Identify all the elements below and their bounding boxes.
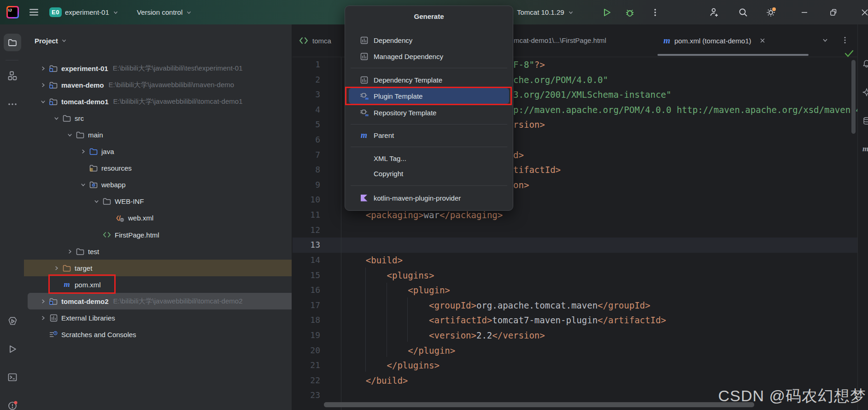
project-switcher[interactable]: E0 experiment-01 xyxy=(49,0,119,24)
window-close-button[interactable] xyxy=(861,0,868,24)
gutter-line-number[interactable]: 1 xyxy=(293,57,320,72)
tree-item-experiment-01[interactable]: experiment-01E:\bilibili大学\javabilibili\… xyxy=(24,60,292,77)
gutter-line-number[interactable]: 10 xyxy=(293,192,320,208)
database-icon[interactable] xyxy=(862,117,868,125)
tree-chevron-down-icon[interactable] xyxy=(53,115,60,122)
tree-item-maven-demo[interactable]: maven-demoE:\bilibili大学\javawebbilibili\… xyxy=(24,77,292,93)
project-tool-window: Project experiment-01E:\bilibili大学\javab… xyxy=(24,24,292,410)
tree-chevron-down-icon[interactable] xyxy=(39,98,47,105)
close-icon[interactable] xyxy=(759,37,766,44)
gutter-line-number[interactable]: 9 xyxy=(293,178,320,193)
tab-firstpage[interactable]: tomca xyxy=(299,24,331,57)
folder-webapp-icon xyxy=(89,181,98,189)
code-with-me-icon[interactable] xyxy=(709,0,720,24)
menu-item-xml-tag-[interactable]: XML Tag... xyxy=(349,150,509,166)
settings-gear-icon[interactable] xyxy=(765,0,777,24)
tree-item-external-libraries[interactable]: External Libraries xyxy=(24,310,292,327)
tree-chevron-right-icon[interactable] xyxy=(39,65,47,72)
ai-assistant-icon[interactable] xyxy=(862,88,868,96)
gutter-line-number[interactable]: 11 xyxy=(293,208,320,223)
window-restore-button[interactable] xyxy=(829,0,838,24)
tree-chevron-right-icon[interactable] xyxy=(39,298,47,305)
gutter-line-number[interactable]: 22 xyxy=(293,373,320,388)
tree-item-web-xml[interactable]: web.xml xyxy=(24,210,292,226)
vertical-scrollbar[interactable] xyxy=(851,60,856,134)
menu-item-managed-dependency[interactable]: Managed Dependency xyxy=(349,48,509,64)
gutter-line-number[interactable]: 5 xyxy=(293,117,320,132)
run-tool-button[interactable] xyxy=(4,340,21,358)
terminal-tool-button[interactable] xyxy=(4,368,21,386)
debug-button[interactable] xyxy=(625,0,635,24)
gutter-line-number[interactable]: 20 xyxy=(293,343,320,358)
project-panel-header[interactable]: Project xyxy=(35,34,67,48)
menu-item-repository-template[interactable]: mRepository Template xyxy=(349,105,509,120)
tree-chevron-right-icon[interactable] xyxy=(66,248,73,255)
window-minimize-button[interactable] xyxy=(801,0,808,24)
tab-pom-xml[interactable]: m pom.xml (tomcat-demo1) xyxy=(663,24,766,57)
tree-item-main[interactable]: main xyxy=(24,126,292,143)
tree-chevron-right-icon[interactable] xyxy=(79,148,87,155)
gutter-line-number[interactable]: 12 xyxy=(293,223,320,238)
gutter-line-number[interactable]: 16 xyxy=(293,283,320,298)
inspections-ok-icon[interactable] xyxy=(844,48,855,59)
tree-chevron-down-icon[interactable] xyxy=(79,181,87,188)
tree-chevron-right-icon[interactable] xyxy=(53,265,60,272)
tree-chevron-right-icon[interactable] xyxy=(39,82,47,89)
tree-item-webapp[interactable]: webapp xyxy=(24,177,292,193)
more-tools-button[interactable] xyxy=(4,95,21,113)
gutter-line-number[interactable]: 17 xyxy=(293,298,320,313)
gutter-line-number[interactable]: 19 xyxy=(293,328,320,343)
more-actions-icon[interactable] xyxy=(651,0,660,24)
gutter-line-number[interactable]: 14 xyxy=(293,253,320,268)
services-tool-button[interactable] xyxy=(4,312,21,330)
project-tool-button[interactable] xyxy=(4,34,21,51)
gutter-line-number[interactable]: 2 xyxy=(293,72,320,88)
tree-item-java[interactable]: java xyxy=(24,143,292,160)
menu-item-plugin-template[interactable]: mPlugin Template xyxy=(349,88,509,104)
vcs-widget[interactable]: Version control xyxy=(137,0,192,24)
tree-item-tomcat-demo2[interactable]: tomcat-demo2E:\bilibili大学\javawebbilibil… xyxy=(28,293,292,309)
gutter-line-number[interactable]: 3 xyxy=(293,87,320,102)
gutter-line-number[interactable]: 15 xyxy=(293,268,320,283)
tree-chevron-down-icon[interactable] xyxy=(93,198,100,205)
tree-item-scratches-and-consoles[interactable]: Scratches and Consoles xyxy=(24,327,292,343)
main-menu-icon[interactable] xyxy=(29,0,39,24)
tree-item-src[interactable]: src xyxy=(24,110,292,126)
tree-item-firstpage-html[interactable]: FirstPage.html xyxy=(24,226,292,243)
menu-item-kotlin-maven-plugin-provider[interactable]: kotlin-maven-plugin-provider xyxy=(349,190,509,206)
tree-chevron-down-icon[interactable] xyxy=(66,131,73,138)
menu-item-copyright[interactable]: Copyright xyxy=(349,166,509,181)
hidden-tabs-chevron-icon[interactable] xyxy=(821,36,829,44)
gutter-line-number[interactable]: 6 xyxy=(293,132,320,148)
maven-tool-icon[interactable]: m xyxy=(862,144,868,154)
run-button[interactable] xyxy=(602,0,612,24)
menu-item-dependency-template[interactable]: Dependency Template xyxy=(349,72,509,88)
gutter-line-number[interactable]: 8 xyxy=(293,162,320,178)
gutter-line-number[interactable]: 13 xyxy=(293,238,320,253)
gutter-line-number[interactable]: 23 xyxy=(293,388,320,403)
tree-item-resources[interactable]: resources xyxy=(24,160,292,177)
plug-icon: m xyxy=(359,92,369,100)
tree-item-test[interactable]: test xyxy=(24,243,292,260)
tree-item-web-inf[interactable]: WEB-INF xyxy=(24,193,292,210)
file-html-icon xyxy=(103,231,111,238)
editor-gutter[interactable]: 1234567891011121314151617181920212223 xyxy=(293,57,320,403)
search-icon[interactable] xyxy=(738,0,749,24)
tab-options-kebab-icon[interactable] xyxy=(841,36,849,44)
problems-tool-button[interactable] xyxy=(4,397,21,410)
tree-item-tomcat-demo1[interactable]: tomcat-demo1E:\bilibili大学\javawebbilibil… xyxy=(24,93,292,110)
horizontal-scrollbar[interactable] xyxy=(324,402,754,407)
menu-item-dependency[interactable]: Dependency xyxy=(349,32,509,48)
tab-firstpage-label-prefix: tomca xyxy=(312,37,331,45)
gutter-line-number[interactable]: 18 xyxy=(293,313,320,328)
notifications-bell-icon[interactable] xyxy=(862,59,868,68)
structure-tool-button[interactable] xyxy=(4,67,21,84)
gutter-line-number[interactable]: 7 xyxy=(293,148,320,163)
tree-chevron-right-icon[interactable] xyxy=(39,315,47,321)
menu-item-parent[interactable]: mParent xyxy=(349,127,509,143)
run-configuration-selector[interactable]: Tomcat 10.1.29 xyxy=(517,0,574,24)
gutter-line-number[interactable]: 21 xyxy=(293,358,320,373)
tree-item-pom-xml[interactable]: mpom.xml xyxy=(24,276,292,293)
gutter-line-number[interactable]: 4 xyxy=(293,102,320,118)
tree-item-target[interactable]: target xyxy=(24,260,292,276)
